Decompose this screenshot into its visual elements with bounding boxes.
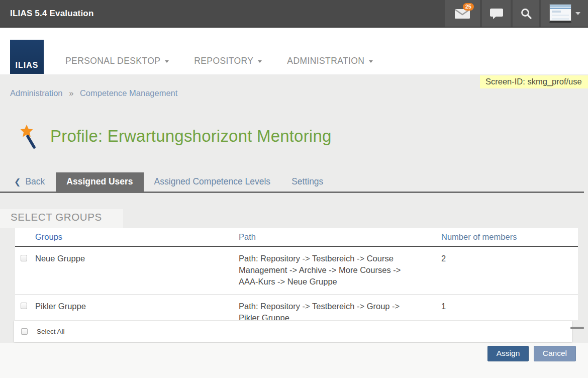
screen-id-badge: Screen-ID: skmg_prof/use [480, 75, 588, 88]
assign-button[interactable]: Assign [487, 346, 529, 361]
select-all-bar: Select All [14, 321, 572, 342]
nav-administration[interactable]: ADMINISTRATION [287, 56, 373, 66]
row-checkbox-neue-gruppe[interactable] [21, 255, 27, 261]
chevron-left-icon: ❮ [14, 177, 21, 186]
breadcrumb-competence-management[interactable]: Competence Management [80, 88, 177, 98]
cancel-button[interactable]: Cancel [534, 346, 576, 361]
topbar-icons: 25 [443, 0, 588, 27]
topbar: ILIAS 5.4 Evaluation 25 [0, 0, 588, 28]
nav-label: REPOSITORY [194, 56, 253, 66]
table-row: Neue Gruppe Path: Repository -> Testbere… [15, 247, 578, 295]
breadcrumb-administration[interactable]: Administration [10, 88, 63, 98]
logo-text: ILIAS [16, 61, 39, 70]
chevron-down-icon [165, 60, 169, 63]
group-name: Pikler Gruppe [35, 301, 239, 320]
column-header-members: Number of members [441, 232, 578, 242]
tab-assigned-competence-levels[interactable]: Assigned Competence Levels [144, 172, 281, 192]
chevron-down-icon [575, 12, 580, 15]
select-all-checkbox[interactable] [21, 328, 28, 335]
groups-table: Groups Path Number of members Neue Grupp… [15, 228, 578, 320]
column-header-groups[interactable]: Groups [35, 232, 62, 241]
search-icon [520, 8, 532, 20]
breadcrumb-separator: » [69, 88, 73, 98]
tab-bar: ❮ Back Assigned Users Assigned Competenc… [0, 172, 584, 193]
group-path: Path: Repository -> Testbereich -> Group… [239, 301, 441, 320]
mail-count-badge: 25 [463, 3, 474, 11]
back-label: Back [25, 176, 45, 187]
main-nav: PERSONAL DESKTOP REPOSITORY ADMINISTRATI… [65, 56, 398, 66]
group-name: Neue Gruppe [35, 253, 239, 288]
avatar [549, 4, 571, 23]
action-bar: Assign Cancel [0, 343, 588, 378]
nav-label: PERSONAL DESKTOP [65, 56, 160, 66]
nav-label: ADMINISTRATION [287, 56, 364, 66]
content-area: Administration » Competence Management P… [0, 74, 588, 343]
search-button[interactable] [513, 0, 539, 27]
competence-profile-icon [19, 125, 36, 149]
section-header: SELECT GROUPS [0, 209, 588, 228]
table-header-row: Groups Path Number of members [15, 228, 578, 247]
section-title: SELECT GROUPS [11, 211, 102, 223]
table-body: Neue Gruppe Path: Repository -> Testbere… [15, 247, 578, 320]
mail-button[interactable]: 25 [445, 0, 480, 27]
back-button[interactable]: ❮ Back [5, 176, 56, 192]
user-menu-button[interactable] [541, 0, 588, 27]
chat-icon [489, 8, 504, 20]
app-title: ILIAS 5.4 Evaluation [0, 9, 94, 19]
chat-button[interactable] [482, 0, 511, 27]
nav-repository[interactable]: REPOSITORY [194, 56, 262, 66]
column-header-path: Path [239, 232, 441, 242]
chevron-down-icon [369, 60, 373, 63]
page-header: Profile: Erwartungshorizont Mentoring [19, 125, 588, 150]
tab-settings[interactable]: Settings [281, 172, 334, 192]
scrollbar-thumb[interactable] [570, 327, 584, 329]
chevron-down-icon [258, 60, 262, 63]
select-all-label: Select All [37, 328, 65, 335]
nav-personal-desktop[interactable]: PERSONAL DESKTOP [65, 56, 169, 66]
tab-assigned-users[interactable]: Assigned Users [56, 172, 143, 192]
group-member-count: 2 [441, 253, 578, 288]
page-title: Profile: Erwartungshorizont Mentoring [50, 125, 332, 148]
group-path: Path: Repository -> Testbereich -> Cours… [239, 253, 441, 288]
table-row: Pikler Gruppe Path: Repository -> Testbe… [15, 295, 578, 320]
row-checkbox-pikler-gruppe[interactable] [21, 303, 27, 309]
ilias-logo[interactable]: ILIAS [10, 40, 44, 74]
group-member-count: 1 [441, 301, 578, 320]
masthead: ILIAS PERSONAL DESKTOP REPOSITORY ADMINI… [0, 28, 588, 74]
